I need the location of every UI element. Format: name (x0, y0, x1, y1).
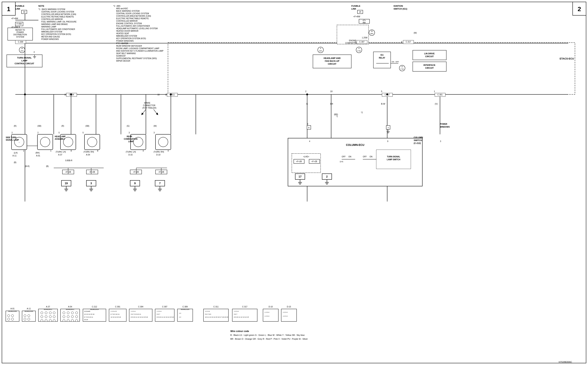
svg-text:1 2: 1 2 (179, 312, 181, 314)
svg-text:SWITCH: SWITCH (414, 139, 422, 141)
svg-point-316 (49, 319, 51, 322)
svg-text:(BR): (BR) (334, 113, 338, 116)
svg-text:18: 18 (157, 94, 160, 96)
svg-rect-121 (413, 50, 446, 60)
svg-text:CIRCUIT: CIRCUIT (328, 63, 337, 65)
svg-text:LAMP: LAMP (128, 140, 134, 143)
svg-text:MU802611: MU802611 (44, 308, 52, 310)
svg-text:WIPER DEICER: WIPER DEICER (116, 60, 130, 62)
svg-point-313 (53, 316, 55, 318)
svg-text:COMBINATION: COMBINATION (124, 138, 137, 140)
svg-text:A-01: A-01 (36, 155, 40, 157)
svg-text:33: 33 (23, 11, 25, 13)
svg-text:<F>2B: <F>2B (296, 161, 302, 162)
svg-text:POWER WINDOWS: POWER WINDOWS (41, 38, 59, 40)
svg-point-293 (11, 315, 14, 317)
svg-text:OFF: OFF (396, 61, 399, 63)
svg-text:ABS and ASC: ABS and ASC (116, 7, 128, 10)
svg-text:1 2 3 4: 1 2 3 4 (157, 310, 162, 312)
svg-text:HEADLAMP AUTOMATIC LEVELLING S: HEADLAMP AUTOMATIC LEVELLING SYSTEM (116, 28, 158, 29)
svg-text:4: 4 (143, 150, 144, 152)
svg-text:OFF: OFF (363, 156, 367, 158)
svg-point-330 (67, 319, 69, 322)
svg-text:1 2 3 4: 1 2 3 4 (205, 310, 210, 312)
svg-text:(B-R): (B-R) (25, 165, 29, 167)
svg-line-252 (154, 109, 157, 114)
svg-text:D-15: D-15 (128, 154, 133, 156)
svg-text:HEADLAMP AND: HEADLAMP AND (324, 57, 341, 59)
svg-text:ON: ON (348, 156, 351, 158)
svg-text:WINDOWS: WINDOWS (440, 126, 450, 128)
svg-text:SPARE: SPARE (144, 102, 150, 104)
svg-text:A-54: A-54 (86, 154, 90, 156)
svg-text:SIGNAL LAMP: SIGNAL LAMP (6, 139, 19, 141)
svg-text:<LHD>: <LHD> (303, 156, 309, 158)
svg-text:LAMP SWITCH: LAMP SWITCH (387, 159, 400, 161)
svg-text:3: 3 (90, 182, 92, 185)
svg-text:POWER: POWER (440, 123, 447, 125)
svg-text:KEY OPERATION SYSTEM (KOS): KEY OPERATION SYSTEM (KOS) (41, 33, 71, 35)
svg-text:4: 4 (168, 150, 169, 152)
svg-text:23 24: 23 24 (84, 319, 88, 321)
svg-text:BR : Brown   O : Orange   GR :: BR : Brown O : Orange GR : Grey R : Red … (230, 338, 308, 340)
svg-text:RELAY: RELAY (379, 57, 385, 59)
svg-point-332 (75, 319, 78, 322)
svg-text:(W): (W) (414, 32, 417, 34)
svg-text:A-37: A-37 (46, 306, 50, 308)
svg-text:(FOR TRAILER): (FOR TRAILER) (142, 107, 156, 109)
svg-text:0.85B-R: 0.85B-R (65, 160, 72, 161)
svg-text:12 13 14 15 16: 12 13 14 15 16 (84, 313, 94, 315)
svg-text:A-11: A-11 (27, 308, 31, 310)
svg-text:BR: BR (330, 103, 333, 105)
svg-text:3: 3 (154, 132, 155, 134)
svg-text:C-317: C-317 (242, 306, 248, 308)
svg-text:IMMOBILIZER SYSTEM: IMMOBILIZER SYSTEM (41, 31, 62, 33)
svg-text:12 13 14 15 16: 12 13 14 15 16 (111, 316, 121, 318)
svg-text:ON: ON (392, 61, 394, 63)
svg-rect-124 (413, 62, 446, 71)
svg-point-309 (53, 312, 55, 314)
svg-text:15A: 15A (21, 50, 24, 52)
svg-text:3: 3 (129, 132, 130, 134)
svg-text:1: 1 (434, 90, 435, 92)
svg-text:1 2 3 4: 1 2 3 4 (234, 310, 239, 312)
svg-point-328 (75, 316, 78, 318)
svg-text:5: 5 (58, 132, 60, 134)
svg-text:5 6 7 8 9: 5 6 7 8 9 (205, 313, 211, 315)
svg-text:A-37: A-37 (58, 154, 62, 156)
svg-text:SYSTEM: SYSTEM (16, 36, 24, 38)
svg-text:SEAT BELT WARNING: SEAT BELT WARNING (116, 52, 136, 55)
svg-point-306 (41, 312, 43, 314)
svg-text:F>8W: F>8W (17, 23, 22, 25)
svg-text:REAR: REAR (127, 135, 132, 138)
svg-text:KEY OPERATION SYSTEM (KOS): KEY OPERATION SYSTEM (KOS) (116, 37, 146, 40)
svg-text:MU802335: MU802335 (25, 310, 33, 312)
svg-text:(LH): (LH) (14, 152, 17, 154)
svg-text:(TURN: LH): (TURN: LH) (126, 151, 136, 153)
svg-point-329 (63, 319, 65, 322)
svg-text:Wire colour code: Wire colour code (230, 330, 249, 333)
svg-text:MU801514: MU801514 (90, 308, 99, 310)
svg-text:○: ○ (19, 141, 20, 143)
svg-point-294 (7, 318, 10, 320)
svg-text:CONTROLLER AREA NETWORK (CAN): CONTROLLER AREA NETWORK (CAN) (41, 13, 76, 15)
svg-text:SWITCH (IG1): SWITCH (IG1) (394, 8, 407, 10)
svg-text:3: 3 (307, 123, 308, 125)
svg-text:6 7 8 9 10 11: 6 7 8 9 10 11 (111, 313, 120, 315)
svg-text:ELECTRIC RETRACTABLE REMOTE: ELECTRIC RETRACTABLE REMOTE (41, 16, 74, 18)
svg-text:ELECTRIC RETRACTABLE REMOTE: ELECTRIC RETRACTABLE REMOTE (116, 17, 149, 20)
svg-text:<F>8W: <F>8W (11, 26, 18, 28)
svg-text:A-54: A-54 (68, 306, 72, 308)
svg-text:CIRCUIT: CIRCUIT (425, 55, 434, 57)
svg-text:*1 : BACK WARNING SYSTEM: *1 : BACK WARNING SYSTEM (38, 8, 65, 10)
svg-point-225 (158, 137, 168, 147)
svg-text:C-301: C-301 (437, 94, 443, 96)
svg-text:(TURN: LH): (TURN: LH) (56, 151, 66, 153)
svg-text:IMMOBILIZER SYSTEM: IMMOBILIZER SYSTEM (116, 35, 137, 37)
svg-text:9: 9 (387, 140, 388, 142)
svg-text:1 2 3 4: 1 2 3 4 (131, 310, 135, 312)
svg-text:H7G09E00AC: H7G09E00AC (559, 361, 572, 363)
svg-text:(R): (R) (61, 125, 64, 127)
svg-text:30: 30 (371, 30, 373, 32)
svg-point-394 (70, 93, 72, 95)
